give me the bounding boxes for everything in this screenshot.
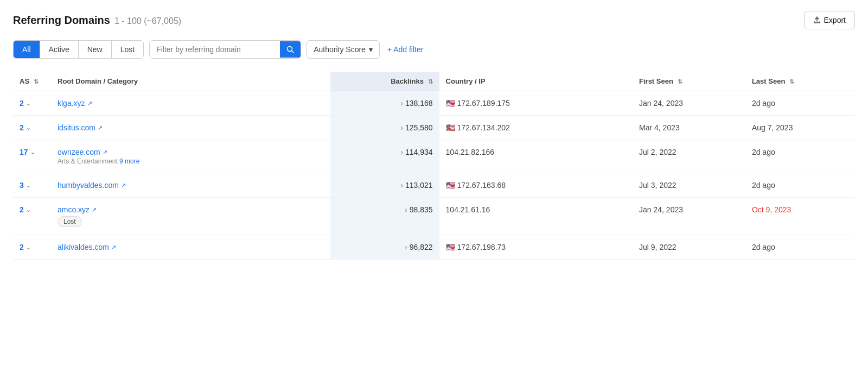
external-link-icon: ↗ xyxy=(111,244,116,251)
first-seen-value: Jul 9, 2022 xyxy=(639,243,676,251)
cell-backlinks: ›98,835 xyxy=(330,198,439,235)
cell-domain: humbyvaldes.com ↗ xyxy=(51,173,330,198)
cell-as: 3⌄ xyxy=(13,173,51,198)
chevron-icon[interactable]: ⌄ xyxy=(30,149,35,155)
table-row: 2⌄idsitus.com ↗›125,580🇺🇸172.67.134.202M… xyxy=(13,116,855,140)
filter-bar: All Active New Lost Authority Score ▾ + … xyxy=(13,40,855,59)
backlinks-value: 138,168 xyxy=(405,99,433,108)
external-link-icon: ↗ xyxy=(121,182,126,189)
cell-backlinks: ›138,168 xyxy=(330,91,439,116)
chevron-icon[interactable]: ⌄ xyxy=(26,125,30,131)
country-flag: 🇺🇸 xyxy=(446,243,455,251)
as-value: 2⌄ xyxy=(20,123,44,132)
first-seen-value: Jul 2, 2022 xyxy=(639,148,676,156)
svg-line-1 xyxy=(292,51,294,53)
chevron-icon[interactable]: ⌄ xyxy=(26,100,30,106)
first-seen-value: Jul 3, 2022 xyxy=(639,181,676,190)
tab-all[interactable]: All xyxy=(14,41,40,58)
ip-address: 104.21.82.166 xyxy=(446,148,495,156)
add-filter-button[interactable]: + Add filter xyxy=(385,41,426,58)
col-backlinks: Backlinks ⇅ xyxy=(330,72,439,91)
country-flag: 🇺🇸 xyxy=(446,181,455,190)
cell-backlinks: ›96,822 xyxy=(330,235,439,260)
as-number: 2 xyxy=(20,123,24,132)
lost-badge: Lost xyxy=(58,216,82,227)
cell-as: 2⌄ xyxy=(13,116,51,140)
backlinks-value: 96,822 xyxy=(410,243,433,251)
cell-domain: klga.xyz ↗ xyxy=(51,91,330,116)
cell-first-seen: Jan 24, 2023 xyxy=(633,198,745,235)
backlinks-arrow: › xyxy=(400,99,403,108)
backlinks-value: 113,021 xyxy=(405,181,433,190)
backlinks-arrow: › xyxy=(400,123,403,132)
cell-first-seen: Mar 4, 2023 xyxy=(633,116,745,140)
search-box xyxy=(149,40,301,59)
last-seen-value: 2d ago xyxy=(752,99,775,108)
cell-country: 🇺🇸172.67.163.68 xyxy=(439,173,633,198)
domain-link[interactable]: humbyvaldes.com ↗ xyxy=(58,181,126,190)
backlinks-arrow: › xyxy=(405,205,407,214)
last-seen-value: 2d ago xyxy=(752,148,775,156)
sort-icon-as: ⇅ xyxy=(34,78,39,85)
as-value: 2⌄ xyxy=(20,99,44,108)
authority-score-filter[interactable]: Authority Score ▾ xyxy=(307,40,380,59)
as-number: 2 xyxy=(20,205,24,214)
cell-first-seen: Jul 3, 2022 xyxy=(633,173,745,198)
cell-country: 🇺🇸172.67.198.73 xyxy=(439,235,633,260)
tab-lost[interactable]: Lost xyxy=(112,41,143,58)
domain-link[interactable]: alikivaldes.com ↗ xyxy=(58,243,116,251)
col-first-seen: First Seen ⇅ xyxy=(633,72,745,91)
category-more-link[interactable]: 9 more xyxy=(119,158,139,165)
external-link-icon: ↗ xyxy=(103,149,107,156)
cell-backlinks: ›125,580 xyxy=(330,116,439,140)
cell-domain: ownzee.com ↗Arts & Entertainment 9 more xyxy=(51,140,330,173)
header-title-group: Referring Domains 1 - 100 (~67,005) xyxy=(13,14,181,27)
domain-link[interactable]: ownzee.com ↗ xyxy=(58,148,107,156)
tab-new[interactable]: New xyxy=(79,41,112,58)
chevron-icon[interactable]: ⌄ xyxy=(26,182,30,188)
cell-country: 104.21.82.166 xyxy=(439,140,633,173)
chevron-icon[interactable]: ⌄ xyxy=(26,207,30,213)
as-number: 2 xyxy=(20,243,24,251)
table-row: 3⌄humbyvaldes.com ↗›113,021🇺🇸172.67.163.… xyxy=(13,173,855,198)
export-button[interactable]: Export xyxy=(804,11,855,29)
sort-icon-backlinks: ⇅ xyxy=(428,78,433,85)
search-input[interactable] xyxy=(150,41,280,58)
category-text: Arts & Entertainment 9 more xyxy=(58,158,324,165)
main-container: Referring Domains 1 - 100 (~67,005) Expo… xyxy=(0,0,868,270)
last-seen-value: 2d ago xyxy=(752,181,775,190)
authority-filter-label: Authority Score xyxy=(314,45,366,54)
last-seen-value: Aug 7, 2023 xyxy=(752,123,793,132)
export-label: Export xyxy=(824,16,846,24)
table-row: 17⌄ownzee.com ↗Arts & Entertainment 9 mo… xyxy=(13,140,855,173)
chevron-down-icon: ▾ xyxy=(369,45,373,54)
cell-first-seen: Jul 9, 2022 xyxy=(633,235,745,260)
ip-address: 104.21.61.16 xyxy=(446,205,490,214)
page-header: Referring Domains 1 - 100 (~67,005) Expo… xyxy=(13,11,855,29)
cell-backlinks: ›113,021 xyxy=(330,173,439,198)
tab-active[interactable]: Active xyxy=(40,41,79,58)
cell-first-seen: Jul 2, 2022 xyxy=(633,140,745,173)
cell-as: 17⌄ xyxy=(13,140,51,173)
country-flag: 🇺🇸 xyxy=(446,123,455,132)
export-icon xyxy=(813,16,821,24)
cell-last-seen: 2d ago xyxy=(745,91,855,116)
page-title: Referring Domains xyxy=(13,14,110,27)
first-seen-value: Mar 4, 2023 xyxy=(639,123,680,132)
chevron-icon[interactable]: ⌄ xyxy=(26,244,30,250)
domain-link[interactable]: amco.xyz ↗ xyxy=(58,205,97,214)
as-number: 2 xyxy=(20,99,24,108)
search-button[interactable] xyxy=(280,41,301,58)
ip-address: 172.67.198.73 xyxy=(457,243,506,251)
ip-address: 172.67.134.202 xyxy=(457,123,510,132)
domain-link[interactable]: klga.xyz ↗ xyxy=(58,99,92,108)
as-number: 17 xyxy=(20,148,28,156)
table-body: 2⌄klga.xyz ↗›138,168🇺🇸172.67.189.175Jan … xyxy=(13,91,855,260)
cell-backlinks: ›114,934 xyxy=(330,140,439,173)
sort-icon-last-seen: ⇅ xyxy=(789,78,794,85)
cell-last-seen: Aug 7, 2023 xyxy=(745,116,855,140)
as-value: 3⌄ xyxy=(20,181,44,190)
col-last-seen: Last Seen ⇅ xyxy=(745,72,855,91)
domain-link[interactable]: idsitus.com ↗ xyxy=(58,123,103,132)
referring-domains-table: AS ⇅ Root Domain / Category Backlinks ⇅ … xyxy=(13,72,855,260)
